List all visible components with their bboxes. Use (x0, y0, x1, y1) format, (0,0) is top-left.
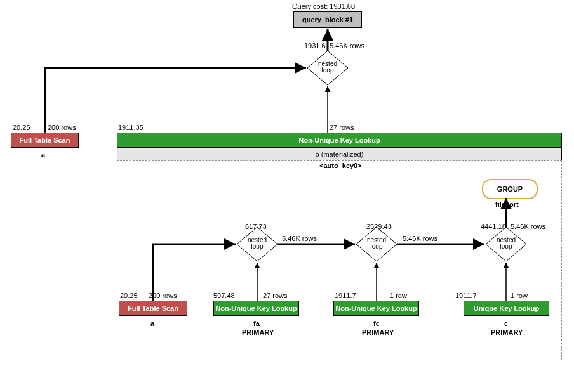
right-lookup-node: Non-Unique Key Lookup (117, 133, 562, 148)
left-scan-cost: 20.25 (13, 124, 30, 131)
fc-rows: 1 row (390, 292, 407, 299)
nl3-cost: 4441.18 (481, 223, 506, 230)
fc-node: Non-Unique Key Lookup (333, 301, 419, 316)
fa-rows: 27 rows (263, 292, 288, 299)
sub-scan-rows: 200 rows (149, 292, 177, 299)
svg-marker-0 (307, 51, 348, 85)
left-scan-rows: 200 rows (48, 124, 76, 131)
svg-text:loop: loop (322, 67, 334, 74)
query-cost-label: Query cost: 1931.60 (292, 3, 355, 10)
edge-nl1-nl2: 5.46K rows (282, 235, 317, 242)
group-sort: filesort (495, 200, 519, 208)
fc-key: PRIMARY (362, 329, 394, 336)
c-rows: 1 row (511, 292, 528, 299)
svg-text:nested: nested (318, 60, 337, 67)
fa-table: fa (253, 320, 260, 327)
nl1-cost: 617.73 (245, 223, 267, 230)
sub-scan-node: Full Table Scan (119, 301, 187, 316)
left-scan-node: Full Table Scan (11, 133, 79, 148)
group-node: GROUP (482, 179, 538, 199)
nl2-cost: 2529.43 (366, 223, 392, 230)
sub-scan-table: a (150, 320, 154, 327)
c-node: Unique Key Lookup (464, 301, 549, 316)
c-key: PRIMARY (491, 329, 523, 336)
query-block-node: query_block #1 (293, 11, 362, 28)
query-plan-diagram: Query cost: 1931.60 query_block #1 1931.… (0, 0, 574, 392)
nested-loop-top: nested loop (307, 51, 348, 85)
fa-cost: 597.48 (213, 292, 235, 299)
right-lookup-cost: 1911.35 (118, 124, 144, 131)
right-lookup-rows: 27 rows (330, 124, 354, 131)
nl-top-cost: 1931.6 (304, 42, 326, 49)
c-table: c (504, 320, 508, 327)
sub-scan-cost: 20.25 (120, 292, 138, 299)
fc-table: fc (373, 320, 380, 327)
materialized-table: b (materialized) (117, 148, 562, 160)
nl-top-rows: 5.46K rows (330, 42, 364, 49)
fc-cost: 1911.7 (335, 292, 356, 299)
left-scan-table: a (41, 151, 45, 159)
c-cost: 1911.7 (455, 292, 477, 299)
fa-key: PRIMARY (242, 329, 274, 336)
nl3-rows: 5.46K rows (511, 223, 545, 230)
edge-nl2-nl3: 5.46K rows (403, 235, 437, 242)
fa-node: Non-Unique Key Lookup (213, 301, 299, 316)
